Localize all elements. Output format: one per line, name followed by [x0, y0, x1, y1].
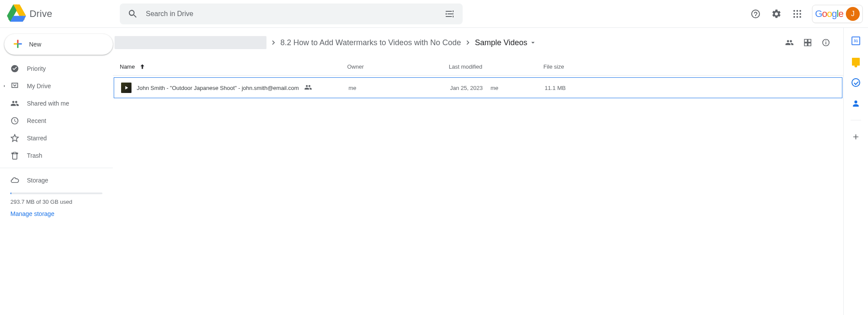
file-table: Name Owner Last modified File size John …: [113, 58, 843, 98]
video-file-icon: [121, 83, 132, 93]
svg-point-12: [799, 10, 801, 12]
table-row[interactable]: John Smith - "Outdoor Japanese Shoot" - …: [114, 77, 842, 98]
header-actions: Google J: [746, 4, 865, 23]
column-header-size[interactable]: File size: [543, 63, 836, 70]
calendar-addon-icon[interactable]: [847, 32, 865, 50]
chevron-right-icon: [464, 38, 472, 47]
view-details-icon[interactable]: [817, 34, 835, 51]
svg-rect-6: [447, 13, 454, 14]
storage-used-text: 293.7 MB of 30 GB used: [10, 199, 102, 205]
new-button[interactable]: New: [4, 34, 113, 55]
sidebar-item-label: Trash: [27, 152, 42, 159]
app-header: Drive Google J: [0, 0, 868, 28]
chevron-right-icon: [269, 38, 278, 47]
sidebar-item-label: Storage: [27, 177, 48, 184]
sidebar-item-priority[interactable]: Priority: [0, 60, 113, 77]
sidebar-item-starred[interactable]: Starred: [0, 129, 113, 147]
plus-icon: [12, 38, 24, 51]
sidebar-item-label: My Drive: [27, 83, 51, 90]
side-panel: [844, 28, 868, 315]
sidebar-item-recent[interactable]: Recent: [0, 112, 113, 129]
svg-rect-8: [446, 16, 452, 17]
svg-point-16: [793, 16, 795, 18]
search-input[interactable]: [142, 10, 440, 18]
manage-access-icon[interactable]: [781, 34, 798, 51]
new-button-label: New: [29, 41, 41, 48]
contacts-addon-icon[interactable]: [847, 95, 865, 112]
svg-rect-21: [825, 40, 826, 41]
sort-ascending-icon: [138, 63, 146, 71]
sidebar-item-my-drive[interactable]: My Drive: [0, 77, 113, 95]
svg-point-11: [796, 10, 798, 12]
search-icon[interactable]: [123, 4, 142, 23]
apps-icon[interactable]: [788, 4, 807, 23]
settings-icon[interactable]: [767, 4, 786, 23]
svg-point-13: [793, 13, 795, 15]
search-bar: [120, 3, 463, 24]
column-header-modified[interactable]: Last modified: [449, 63, 543, 70]
brand-name: Drive: [30, 8, 52, 20]
sidebar-item-shared-with-me[interactable]: Shared with me: [0, 95, 113, 112]
file-size: 11.1 MB: [545, 85, 835, 91]
breadcrumb-current-label: Sample Videos: [475, 38, 527, 47]
dropdown-caret-icon: [529, 39, 537, 46]
support-icon[interactable]: [746, 4, 765, 23]
svg-rect-9: [453, 16, 454, 17]
search-options-icon[interactable]: [440, 4, 459, 23]
file-owner: me: [349, 85, 450, 91]
avatar[interactable]: J: [846, 7, 860, 21]
svg-rect-7: [446, 13, 447, 15]
brand[interactable]: Drive: [7, 4, 115, 23]
svg-point-14: [796, 13, 798, 15]
breadcrumb: 8.2 How to Add Watermarks to Videos with…: [115, 36, 781, 49]
svg-point-10: [793, 10, 795, 12]
table-header: Name Owner Last modified File size: [113, 58, 843, 76]
file-modified-date: Jan 25, 2023: [450, 85, 483, 91]
manage-storage-link[interactable]: Manage storage: [10, 210, 54, 217]
storage-bar: [10, 192, 102, 194]
svg-rect-5: [453, 10, 454, 12]
svg-rect-4: [446, 11, 452, 12]
column-header-label: Name: [120, 63, 135, 70]
get-addons-icon[interactable]: [847, 128, 865, 146]
svg-point-18: [799, 16, 801, 18]
sidebar-item-label: Starred: [27, 135, 47, 142]
breadcrumb-current[interactable]: Sample Videos: [475, 38, 537, 47]
sidebar-item-trash[interactable]: Trash: [0, 147, 113, 164]
grid-view-icon[interactable]: [799, 34, 816, 51]
column-header-label: Last modified: [449, 63, 482, 70]
keep-addon-icon[interactable]: [847, 53, 865, 70]
column-header-name[interactable]: Name: [120, 63, 347, 71]
breadcrumb-folder[interactable]: 8.2 How to Add Watermarks to Videos with…: [280, 38, 461, 47]
file-modified: Jan 25, 2023 me: [450, 85, 545, 91]
shared-icon: [304, 83, 312, 93]
file-modified-by: me: [490, 85, 498, 91]
file-name: John Smith - "Outdoor Japanese Shoot" - …: [137, 85, 299, 91]
sidebar: New Priority My Drive Shared with me Rec…: [0, 28, 113, 315]
column-header-label: Owner: [347, 63, 364, 70]
svg-point-15: [799, 13, 801, 15]
google-logo: Google: [815, 8, 843, 20]
sidebar-item-label: Recent: [27, 117, 46, 124]
column-header-label: File size: [543, 63, 564, 70]
sidebar-item-storage[interactable]: Storage: [0, 172, 113, 189]
svg-rect-20: [825, 42, 826, 44]
column-header-owner[interactable]: Owner: [347, 63, 449, 70]
breadcrumb-placeholder[interactable]: [115, 36, 266, 49]
svg-point-17: [796, 16, 798, 18]
content-area: 8.2 How to Add Watermarks to Videos with…: [113, 28, 844, 315]
tasks-addon-icon[interactable]: [847, 74, 865, 91]
account-switcher[interactable]: Google J: [812, 5, 863, 23]
drive-logo-icon: [7, 4, 26, 23]
sidebar-item-label: Priority: [27, 65, 46, 72]
sidebar-item-label: Shared with me: [27, 100, 69, 107]
